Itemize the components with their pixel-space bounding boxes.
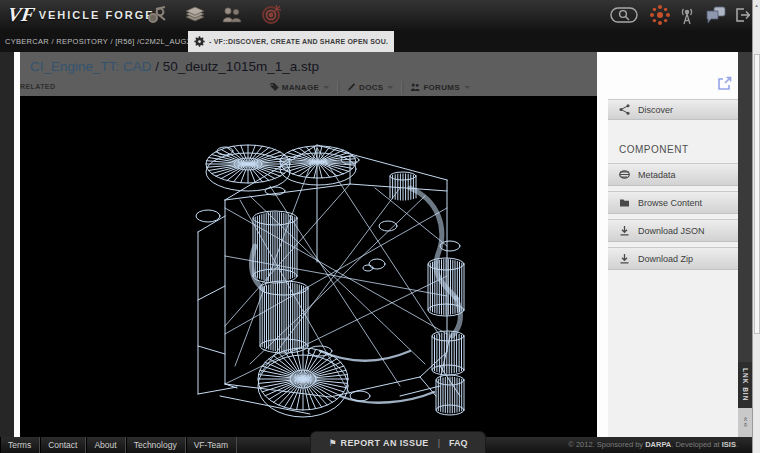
tab-strip: CYBERCAR / REPOSITORY / [R56] /C2M2L_AUG…	[0, 30, 752, 52]
darpa-label: DARPA	[645, 440, 671, 449]
footer-link-technology[interactable]: Technology	[126, 437, 186, 453]
footer-link-terms[interactable]: Terms	[0, 437, 40, 453]
sidebar-item-label: Metadata	[638, 170, 676, 180]
cylinder-cluster	[432, 331, 464, 375]
material-highlight	[369, 259, 385, 269]
breadcrumb[interactable]: CYBERCAR / REPOSITORY / [R56] /C2M2L_AUG…	[5, 37, 201, 46]
scrollbar-thumb[interactable]	[754, 54, 760, 334]
users-icon[interactable]	[221, 4, 243, 26]
report-divider: |	[438, 438, 440, 448]
scrollbar-up-arrow[interactable]: ▴	[753, 1, 760, 9]
broadcast-icon[interactable]	[679, 4, 695, 26]
discover-label: Discover	[638, 105, 673, 115]
flywheel-disc	[206, 145, 290, 191]
chevron-down-icon	[464, 86, 470, 92]
copyright-prefix: © 2012. Sponsored by	[568, 440, 645, 449]
cylinder-cluster	[436, 375, 464, 415]
logout-icon[interactable]	[734, 4, 750, 26]
sidebar-item-label: Download Zip	[638, 254, 693, 264]
page-content: CI_Engine_TT: CAD / 50_deutz_1015m_1_a.s…	[14, 52, 738, 453]
docs-button[interactable]: DOCS	[338, 82, 401, 92]
copyright-text: © 2012. Sponsored by DARPA. Developed at…	[568, 437, 738, 453]
cylinder-cluster	[253, 211, 297, 283]
footer-link-vfteam[interactable]: VF-Team	[186, 437, 237, 453]
browse-content-button[interactable]: Browse Content	[608, 191, 738, 214]
sidebar-item-label: Browse Content	[638, 198, 702, 208]
discover-icon	[619, 104, 630, 115]
linkbin-tab[interactable]: LNK BIN	[738, 362, 752, 408]
sidebar-item-label: Download JSON	[638, 226, 705, 236]
download-icon	[619, 225, 630, 236]
search-icon[interactable]	[610, 4, 638, 26]
isis-label: ISIS	[722, 440, 736, 449]
footer-link-about[interactable]: About	[86, 437, 125, 453]
page-scrollbar[interactable]: ▴	[752, 0, 760, 453]
tools-icon[interactable]	[146, 4, 168, 26]
manage-button[interactable]: MANAGE	[261, 82, 337, 92]
linkbin-collapse-button[interactable]: ««	[738, 408, 752, 437]
sidebar-top	[608, 52, 738, 99]
metadata-button[interactable]: Metadata	[608, 163, 738, 186]
viewer-header: CI_Engine_TT: CAD / 50_deutz_1015m_1_a.s…	[20, 52, 597, 96]
target-icon[interactable]	[260, 4, 282, 26]
page-title-link[interactable]: CI_Engine_TT: CAD	[30, 59, 152, 74]
component-section-header: COMPONENT	[619, 144, 689, 155]
copyright-suffix: .	[736, 440, 738, 449]
footer-link-contact[interactable]: Contact	[40, 437, 86, 453]
vehicle-forge-app: VF VEHICLE FORGE	[0, 0, 760, 453]
tag-icon	[269, 82, 279, 92]
related-label[interactable]: RELATED	[20, 83, 55, 90]
forums-button[interactable]: FORUMS	[402, 82, 477, 92]
hub-icon[interactable]	[649, 4, 671, 26]
linkbin-strip: LNK BIN ««	[738, 52, 752, 453]
manage-label: MANAGE	[282, 83, 319, 92]
external-link-icon[interactable]	[717, 76, 732, 91]
collapse-chevrons-icon: ««	[741, 417, 750, 428]
vf-mark-icon: VF	[6, 3, 36, 26]
sidebar: Discover COMPONENT Metadata Browse Conte…	[608, 52, 738, 453]
forums-label: FORUMS	[423, 83, 459, 92]
linkbin-label: LNK BIN	[742, 368, 749, 401]
flag-icon: ⚑	[328, 438, 336, 448]
chevron-down-icon	[387, 86, 393, 92]
chevron-down-icon	[323, 86, 329, 92]
logo-text: VEHICLE FORGE	[39, 9, 155, 21]
page-title-file: / 50_deutz_1015m_1_a.stp	[152, 59, 319, 74]
report-issue-button[interactable]: REPORT AN ISSUE	[341, 438, 429, 448]
metadata-icon	[619, 169, 630, 180]
copyright-mid: . Developed at	[671, 440, 721, 449]
discover-button[interactable]: Discover	[608, 99, 738, 120]
report-issue-tab: ⚑ REPORT AN ISSUE | FAQ	[310, 431, 486, 453]
gear-icon	[194, 36, 205, 47]
docs-label: DOCS	[359, 83, 383, 92]
tab-label: - VF::DISCOVER, CREATE AND SHARE OPEN SO…	[209, 38, 388, 45]
faq-link[interactable]: FAQ	[449, 438, 468, 448]
chat-icon[interactable]	[705, 4, 727, 26]
library-icon[interactable]	[184, 4, 206, 26]
download-json-button[interactable]: Download JSON	[608, 219, 738, 242]
folder-icon	[619, 197, 630, 208]
model-canvas[interactable]	[20, 96, 597, 437]
viewer-toolbar: MANAGE DOCS FORUMS	[261, 80, 478, 94]
top-disc	[280, 146, 356, 185]
download-icon	[619, 253, 630, 264]
download-zip-button[interactable]: Download Zip	[608, 247, 738, 270]
tab-vf-discover[interactable]: - VF::DISCOVER, CREATE AND SHARE OPEN SO…	[188, 31, 394, 52]
wireframe-model	[20, 96, 597, 437]
cylinder-cluster	[260, 281, 308, 353]
top-bar: VF VEHICLE FORGE	[0, 0, 752, 30]
page-title: CI_Engine_TT: CAD / 50_deutz_1015m_1_a.s…	[30, 59, 319, 74]
pencil-icon	[346, 82, 356, 92]
app-logo[interactable]: VF VEHICLE FORGE	[8, 3, 155, 26]
people-icon	[410, 82, 420, 92]
